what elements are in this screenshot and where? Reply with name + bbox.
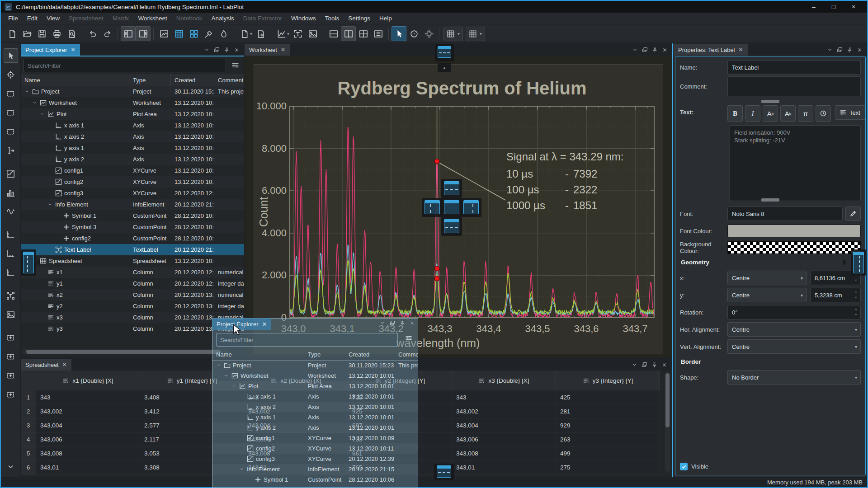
- tree-row-symbol-1[interactable]: Symbol 1CustomPoint28.12.2020 10:06: [21, 210, 244, 221]
- layout-2-button[interactable]: [341, 26, 356, 41]
- name-field[interactable]: Text Label: [727, 60, 861, 75]
- close-button[interactable]: ×: [844, 1, 863, 12]
- menu-tools[interactable]: Tools: [321, 13, 344, 23]
- new-worksheet-button[interactable]: [156, 26, 171, 41]
- new-matrix-button[interactable]: [186, 26, 201, 41]
- tree-row-symbol-1[interactable]: Symbol 1CustomPoint28.12.2020 10:06: [212, 474, 418, 485]
- chevron-down-icon[interactable]: [216, 363, 222, 368]
- titlebar[interactable]: C:/temp/bin/data/labplot2/examples/Gener…: [1, 1, 867, 13]
- data-cell[interactable]: 499: [556, 446, 660, 460]
- data-cell[interactable]: 343,004: [452, 418, 556, 432]
- visible-checkbox[interactable]: [680, 463, 688, 470]
- vertical-scrollbar[interactable]: [665, 372, 670, 472]
- font-field[interactable]: Noto Sans 8: [727, 206, 843, 221]
- zoom-select-tool[interactable]: [4, 368, 18, 383]
- close-icon[interactable]: [232, 46, 241, 54]
- float-panel-icon[interactable]: [641, 46, 649, 54]
- row-number[interactable]: 6: [21, 460, 36, 474]
- crosshair-button[interactable]: [421, 26, 436, 41]
- save-button[interactable]: [34, 26, 49, 41]
- text-content-editor[interactable]: Field ionisation: 900V Stark splitting: …: [730, 125, 861, 201]
- comment-field[interactable]: [727, 76, 861, 96]
- pin-icon[interactable]: [845, 46, 854, 54]
- y-mode-dropdown[interactable]: Centre▾: [727, 288, 807, 302]
- tree-row-worksheet[interactable]: WorksheetWorksheet13.12.2020 10:01: [21, 97, 244, 108]
- tree-row-config2[interactable]: config2CustomPoint28.12.2020 10:06: [21, 233, 244, 244]
- tree-row-config1[interactable]: config1XYCurve13.12.2020 10:09: [21, 165, 244, 176]
- close-icon[interactable]: ✕: [739, 47, 743, 53]
- chevron-down-icon[interactable]: [24, 89, 30, 94]
- close-icon[interactable]: [855, 46, 863, 54]
- menu-settings[interactable]: Settings: [344, 13, 375, 23]
- tree-row-info-element[interactable]: Info ElementInfoElement20.12.2020 21:15: [21, 199, 244, 210]
- tree-row-y-axis-1[interactable]: y axis 1Axis13.12.2020 10:01: [212, 412, 418, 422]
- menu-worksheet[interactable]: Worksheet: [133, 13, 171, 23]
- new-spreadsheet-button[interactable]: [171, 26, 186, 41]
- tree-row-y1[interactable]: y1Column20.12.2020 12:39integer da: [21, 278, 244, 289]
- print-preview-button[interactable]: [64, 26, 79, 41]
- layout-1-button[interactable]: [326, 26, 341, 41]
- float-panel-icon[interactable]: [835, 46, 844, 54]
- tree-row-spreadsheet[interactable]: SpreadsheetSpreadsheet13.12.2020 10:08: [21, 255, 244, 267]
- data-cell[interactable]: 275: [556, 460, 660, 474]
- menu-file[interactable]: File: [4, 13, 23, 23]
- zoom-select-tool[interactable]: [4, 349, 18, 364]
- float-panel-icon[interactable]: [640, 361, 648, 369]
- data-cell[interactable]: 343,006: [452, 432, 556, 446]
- data-cell[interactable]: 343: [36, 390, 140, 404]
- data-cell[interactable]: 343,008: [36, 446, 140, 460]
- close-icon[interactable]: ✕: [281, 47, 285, 53]
- axis-y-tool[interactable]: [4, 227, 18, 242]
- export-document-button[interactable]: [253, 26, 268, 41]
- fourier-tool[interactable]: [4, 204, 18, 219]
- open-document-button[interactable]: [19, 26, 34, 41]
- tree-row-project[interactable]: ProjectProject30.11.2020 15:23This proje: [212, 360, 418, 371]
- tree-row-config2[interactable]: config2XYCurve13.12.2020 10:11: [212, 443, 418, 454]
- data-cell[interactable]: 343,01: [452, 460, 556, 474]
- data-cell[interactable]: 343,002: [36, 404, 140, 418]
- pin-icon[interactable]: [222, 46, 231, 54]
- italic-button[interactable]: I: [745, 105, 760, 122]
- tree-row-symbol-3[interactable]: Symbol 3CustomPoint28.12.2020 10:06: [21, 221, 244, 233]
- column-header[interactable]: y3 {Integer} [Y]: [556, 371, 660, 390]
- data-cell[interactable]: 343,006: [36, 432, 140, 446]
- vert-alignment-dropdown[interactable]: Centre▾: [727, 339, 861, 354]
- select-arrow-button[interactable]: [392, 26, 406, 41]
- chevron-down-icon[interactable]: [231, 384, 237, 389]
- layout-3-button[interactable]: [356, 26, 371, 41]
- tree-row-config3[interactable]: config3XYCurve20.12.2020 12:39: [21, 188, 244, 199]
- axis-y-tool[interactable]: [4, 265, 18, 280]
- grid-combo-1[interactable]: ▾: [443, 27, 463, 41]
- chevron-down-icon[interactable]: [40, 112, 45, 117]
- print-button[interactable]: [49, 26, 64, 41]
- tree-row-y-axis-2[interactable]: y axis 2Axis13.12.2020 10:01: [212, 422, 418, 433]
- axis-x-tool[interactable]: [4, 246, 18, 261]
- chevron-down-icon[interactable]: [32, 100, 38, 105]
- close-icon[interactable]: [660, 46, 669, 54]
- data-cell[interactable]: 343,01: [36, 460, 140, 474]
- search-input[interactable]: Search/Filter: [24, 59, 226, 72]
- histogram-tool[interactable]: [4, 185, 18, 200]
- select-region-tool[interactable]: [4, 105, 18, 120]
- data-cell[interactable]: 425: [556, 390, 660, 404]
- pin-icon[interactable]: [650, 361, 658, 369]
- superscript-button[interactable]: Ab: [763, 105, 778, 122]
- chevron-down-icon[interactable]: [224, 373, 229, 378]
- text-frame-button[interactable]: [290, 26, 305, 41]
- menu-help[interactable]: Help: [375, 13, 396, 23]
- splitter-handle[interactable]: [761, 100, 779, 103]
- data-picker-button[interactable]: [201, 26, 216, 41]
- chevron-down-icon[interactable]: [47, 202, 53, 207]
- tree-row-x-axis-2[interactable]: x axis 2Axis13.12.2020 10:01: [21, 131, 244, 142]
- tree-row-x-axis-1[interactable]: x axis 1Axis13.12.2020 10:01: [212, 391, 418, 402]
- zoom-select-tool[interactable]: [4, 387, 18, 402]
- floating-project-explorer[interactable]: Project Explorer✕ Search/Filter Name Typ…: [212, 318, 418, 488]
- undo-button[interactable]: [85, 26, 100, 41]
- font-edit-button[interactable]: [845, 206, 861, 221]
- menu-analysis[interactable]: Analysis: [207, 13, 238, 23]
- zoom-select-tool[interactable]: [4, 330, 18, 345]
- datetime-button[interactable]: [816, 105, 831, 122]
- tree-header[interactable]: Name Type Created Comment: [21, 74, 244, 86]
- float-panel-icon[interactable]: [389, 319, 396, 327]
- layout-4-button[interactable]: [371, 26, 386, 41]
